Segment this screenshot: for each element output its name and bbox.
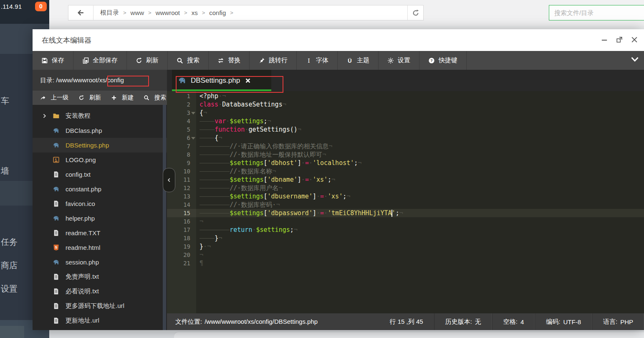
gutter-line-number: 5 [167,125,196,134]
file-tree-item[interactable]: 更新地址.url [33,313,167,328]
code-line: ¬ [196,217,644,226]
file-tree-item-label: helper.php [66,215,95,222]
status-cursor-position: 行 15 ,列 45 [379,313,434,330]
back-button[interactable] [68,5,93,20]
file-tree-scrollbar[interactable] [163,105,166,330]
minimize-icon [601,36,608,43]
gutter-line-number: 19 [167,242,196,251]
tab-dbsettings[interactable]: DBSettings.php [172,70,271,91]
toolbar-button-hotkeys[interactable]: ?快捷键 [419,51,467,70]
file-tree-item[interactable]: session.php [33,255,167,269]
file-tree-item[interactable]: favicon.ico [33,196,167,211]
toolbar-button-save-all[interactable]: 全部保存 [73,51,127,70]
toolbar-button-label: 跳转行 [269,56,288,64]
tree-toolbar-button-refresh[interactable]: 刷新 [78,94,101,102]
sidebar-item-label[interactable]: 墙 [0,165,9,177]
toolbar-button-settings[interactable]: 设置 [379,51,419,70]
toolbar-button-search[interactable]: 搜索 [168,51,209,70]
file-tree-item-label: 更新地址.url [66,317,99,325]
file-tree-item[interactable]: config.txt [33,167,167,182]
breadcrumb-item[interactable]: www [131,9,144,16]
sidebar-item-label[interactable]: 设置 [0,283,18,295]
file-tree-item[interactable]: 必看说明.txt [33,284,167,299]
toolbar-expand-button[interactable] [630,54,641,66]
file-tree-item[interactable]: readme.TXT [33,226,167,240]
breadcrumb-item[interactable]: 根目录 [100,9,119,17]
file-tree-item-label: favicon.ico [66,200,95,207]
tree-toolbar-button-label: 刷新 [89,94,101,102]
breadcrumb: 根目录>www>wwwroot>xs>config> [93,9,407,17]
code-line: //·请正确输入你数据库的相关信息¬ [196,142,644,150]
toolbar-button-font[interactable]: I字体 [297,51,338,70]
code-line: {¬ [196,134,644,142]
file-tree-item[interactable]: 安装教程 [33,109,167,123]
toolbar-button-theme[interactable]: Ü主题 [338,51,379,70]
toolbar-button-goto-line[interactable]: 跳转行 [250,51,297,70]
file-location-label: 文件位置: [175,318,202,325]
sidebar-item-label[interactable]: 商店 [0,260,18,271]
maximize-icon [616,36,623,43]
code-editor[interactable]: 123456789101112131415161718192021 <?php·… [167,91,644,313]
php-icon [53,142,64,149]
modal-title: 在线文本编辑器 [42,36,91,45]
file-tree-item[interactable]: helper.php [33,211,167,226]
sidebar-item-label[interactable]: 车 [0,95,9,107]
refresh-icon [78,95,87,101]
message-count-badge[interactable]: 0 [35,2,47,11]
gutter-line-number: 13 [167,192,196,201]
search-icon [177,57,183,64]
code-line: //·数据库地址一般保持默认即可¬ [196,150,644,159]
breadcrumb-item[interactable]: config [209,9,226,16]
file-tree-item-label: 必看说明.txt [66,287,99,295]
status-spaces[interactable]: 空格:4 [492,313,535,330]
theme-icon: Ü [346,57,353,64]
breadcrumb-item[interactable]: xs [192,9,198,16]
refresh-icon [412,9,419,17]
tab-close-icon[interactable] [245,78,251,84]
fold-arrow-icon[interactable] [191,112,195,114]
gutter-line-number: 17 [167,226,196,234]
code-line: $settings['dbusername']·=·'xs';¬ [196,192,644,201]
text-icon [53,302,64,310]
code-line: <?php·¬ [196,92,644,100]
collapse-tree-button[interactable] [163,168,175,192]
refresh-icon [136,57,142,64]
fold-arrow-icon[interactable] [191,137,195,140]
svg-text:?: ? [430,58,433,63]
toolbar-button-replace[interactable]: 替换 [209,51,250,70]
file-tree-item-label: session.php [66,259,99,266]
svg-text:Ü: Ü [348,57,351,64]
breadcrumb-item[interactable]: wwwroot [156,9,180,16]
editor-gutter: 123456789101112131415161718192021 [167,91,196,313]
minimize-button[interactable] [599,34,610,45]
close-button[interactable] [629,34,640,45]
file-tree-item[interactable]: 5readme.html [33,240,167,255]
search-input[interactable] [549,5,644,20]
image-icon [53,156,64,163]
toolbar-button-label: 设置 [398,56,410,64]
status-encoding[interactable]: 编码:UTF-8 [535,313,592,330]
code-area[interactable]: <?php·¬class·DatabaseSettings¬{¬ var·$se… [196,91,644,313]
tree-toolbar-button-search[interactable]: 搜索 [144,94,166,102]
toolbar-button-refresh[interactable]: 刷新 [127,51,168,70]
file-tree-item[interactable]: constant.php [33,182,167,196]
file-tree-item[interactable]: DBSettings.php [33,138,167,152]
code-line: }¬ [196,234,644,242]
gutter-line-number: 2 [167,100,196,109]
refresh-path-button[interactable] [407,5,423,20]
tree-toolbar-button-up-level[interactable]: 上一级 [40,94,68,102]
file-tree-item[interactable]: DBClass.php [33,123,167,138]
maximize-button[interactable] [614,34,625,45]
file-tree-item[interactable]: 免责声明.txt [33,269,167,284]
gutter-line-number: 21 [167,259,196,267]
sidebar-item-label[interactable]: 任务 [0,236,18,248]
tree-toolbar-button-new[interactable]: 新建 [111,94,134,102]
toolbar-button-label: 快捷键 [439,56,457,64]
status-language[interactable]: 语言:PHP [592,313,644,330]
status-history[interactable]: 历史版本:无 [434,313,492,330]
toolbar-button-save[interactable]: 保存 [33,51,73,70]
gutter-line-number: 1 [167,92,196,100]
file-tree-item[interactable]: 更多源码下载地址.url [33,299,167,313]
gear-icon [387,57,394,64]
file-tree-item[interactable]: LOGO.png [33,152,167,167]
